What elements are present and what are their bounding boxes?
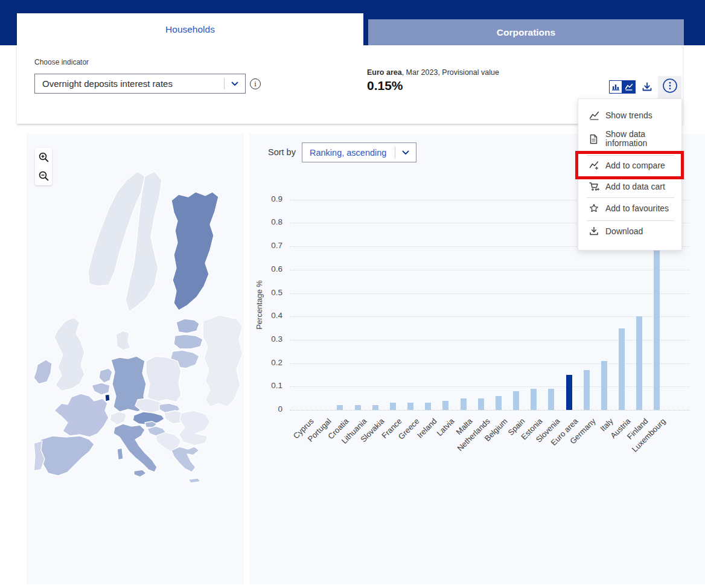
star-icon (589, 203, 599, 213)
map-panel (27, 134, 244, 584)
map-region-denmark[interactable] (116, 331, 130, 350)
view-toggle (609, 80, 636, 94)
map-region-crete[interactable] (188, 478, 200, 483)
menu-divider (587, 197, 674, 198)
menu-divider (587, 177, 674, 177)
map-region-romania-bulgaria[interactable] (179, 411, 210, 446)
menu-divider (587, 220, 674, 221)
map-region-east-europe[interactable] (203, 315, 243, 407)
bar-estonia[interactable] (531, 389, 537, 410)
zoom-in-button[interactable] (36, 150, 51, 165)
map-region-belgium[interactable] (92, 383, 110, 395)
y-tick-label: 0.6 (254, 264, 282, 273)
bar-france[interactable] (390, 403, 396, 410)
gridline (290, 270, 689, 270)
map-region-switzerland[interactable] (110, 412, 127, 425)
choose-indicator-label: Choose indicator (34, 58, 89, 66)
bar-finland[interactable] (636, 316, 642, 410)
reading-value: 0.15% (367, 78, 499, 93)
bar-slovenia[interactable] (548, 389, 554, 410)
download-button[interactable] (640, 80, 654, 94)
menu-item-label: Show data information (605, 130, 681, 147)
download-icon (642, 81, 652, 92)
tab-corporations[interactable]: Corporations (368, 19, 684, 45)
trend-icon (589, 110, 599, 120)
gridline (290, 293, 689, 294)
y-tick-label: 0.5 (254, 288, 282, 297)
y-tick-label: 0.8 (254, 217, 282, 226)
more-options-menu: Show trends Show data information Add to… (578, 98, 682, 251)
menu-item-add-to-data-cart[interactable]: Add to data cart (578, 179, 681, 194)
bar-italy[interactable] (601, 361, 607, 410)
compare-icon (589, 161, 599, 170)
map-region-sicily[interactable] (134, 470, 146, 477)
y-tick-label: 0.3 (254, 334, 282, 344)
download-icon (589, 226, 599, 236)
more-options-button[interactable] (662, 78, 678, 94)
y-tick-label: 0.9 (254, 194, 282, 203)
bar-netherlands[interactable] (478, 398, 484, 410)
menu-item-label: Add to favourites (605, 204, 674, 213)
gridline (290, 386, 689, 387)
bar-spain[interactable] (513, 391, 519, 410)
europe-choropleth-map (27, 134, 244, 584)
bar-lithuania[interactable] (355, 405, 361, 410)
menu-item-show-trends[interactable]: Show trends (578, 107, 681, 123)
bar-malta[interactable] (461, 398, 467, 410)
tab-corporations-label: Corporations (497, 27, 555, 38)
map-region-luxembourg[interactable] (105, 394, 110, 401)
gridline (290, 316, 689, 317)
map-region-netherlands[interactable] (99, 368, 112, 383)
current-reading: Euro area, Mar 2023, Provisional value 0… (367, 68, 499, 93)
tab-households[interactable]: Households (17, 13, 363, 45)
zoom-out-button[interactable] (36, 169, 51, 184)
menu-item-download[interactable]: Download (578, 223, 681, 239)
x-tick-label: Latvia (435, 417, 456, 438)
bar-euro-area[interactable] (566, 375, 572, 410)
bar-chart-icon (611, 83, 620, 91)
map-region-ireland[interactable] (34, 360, 52, 384)
gridline (290, 410, 689, 411)
y-tick-label: 0.4 (254, 311, 282, 320)
map-region-spain[interactable] (36, 436, 94, 476)
bar-chart-view-button[interactable] (609, 80, 622, 94)
map-region-finland[interactable] (171, 192, 219, 310)
menu-item-label: Add to compare (605, 161, 670, 170)
tab-households-label: Households (165, 24, 215, 35)
indicator-select[interactable]: Overnight deposits interest rates (34, 74, 246, 94)
menu-item-add-to-favourites[interactable]: Add to favourites (578, 200, 681, 216)
bar-belgium[interactable] (496, 396, 502, 410)
info-icon[interactable]: i (250, 78, 261, 89)
zoom-out-icon (38, 170, 49, 182)
chevron-down-icon (225, 81, 245, 86)
bar-latvia[interactable] (442, 401, 448, 410)
menu-item-add-to-compare[interactable]: Add to compare (578, 158, 681, 173)
map-region-latvia[interactable] (174, 334, 203, 349)
reading-meta: , Mar 2023, Provisional value (402, 68, 499, 77)
map-region-uk[interactable] (54, 318, 85, 391)
bar-ireland[interactable] (425, 403, 431, 410)
map-region-greece[interactable] (171, 447, 199, 472)
bar-slovakia[interactable] (372, 405, 378, 410)
kebab-menu-icon (662, 78, 678, 94)
menu-item-show-data-information[interactable]: Show data information (578, 127, 681, 151)
menu-item-label: Add to data cart (605, 182, 670, 191)
document-icon (589, 134, 599, 144)
map-region-estonia[interactable] (176, 319, 199, 333)
y-tick-label: 0 (254, 404, 282, 414)
gridline (290, 340, 689, 340)
zoom-in-icon (38, 152, 49, 163)
bar-croatia[interactable] (337, 405, 343, 410)
map-region-poland[interactable] (146, 356, 181, 402)
map-region-sardinia[interactable] (117, 448, 123, 460)
line-chart-icon (625, 83, 633, 91)
y-tick-label: 0.2 (254, 358, 282, 367)
y-tick-label: 0.7 (254, 241, 282, 250)
bar-germany[interactable] (584, 370, 590, 410)
bar-austria[interactable] (619, 328, 625, 410)
bar-greece[interactable] (407, 403, 413, 410)
line-chart-view-button[interactable] (622, 80, 636, 94)
map-region-france[interactable] (54, 394, 109, 437)
menu-item-label: Show trends (605, 111, 657, 120)
bar-luxembourg[interactable] (654, 249, 660, 410)
